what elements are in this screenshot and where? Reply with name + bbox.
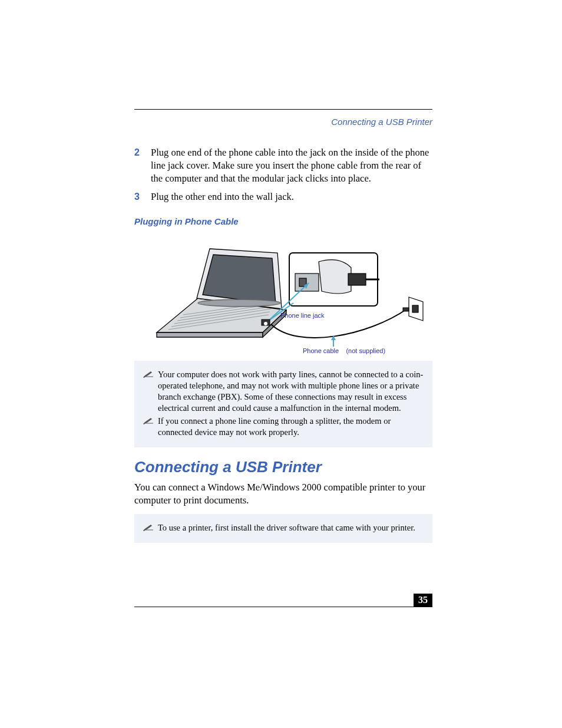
note-box: Your computer does not work with party l…: [134, 361, 432, 447]
figure-caption: Plugging in Phone Cable: [134, 216, 432, 226]
pencil-icon: [143, 369, 158, 413]
step-number: 2: [134, 146, 151, 185]
svg-marker-1: [157, 332, 263, 337]
footer-rule: [134, 607, 432, 607]
svg-rect-13: [295, 274, 319, 291]
note-box: To use a printer, first install the driv…: [134, 514, 432, 543]
svg-rect-24: [403, 308, 409, 311]
note-item: If you connect a phone line coming throu…: [143, 416, 424, 438]
page-content: 2 Plug one end of the phone cable into t…: [134, 146, 432, 543]
figure-label-jack: Phone line jack: [280, 312, 325, 319]
note-text: Your computer does not work with party l…: [158, 369, 424, 413]
header-rule: [134, 109, 432, 110]
step-text: Plug one end of the phone cable into the…: [151, 146, 432, 185]
step-item: 2 Plug one end of the phone cable into t…: [134, 146, 432, 185]
figure-label-cable-text: Phone cable: [303, 347, 339, 354]
note-item: To use a printer, first install the driv…: [143, 522, 424, 533]
page-number: 35: [414, 594, 432, 607]
figure-label-cable: Phone cable (not supplied): [303, 347, 385, 354]
section-lead: You can connect a Windows Me/Windows 200…: [134, 481, 432, 507]
svg-rect-15: [348, 274, 366, 285]
running-header: Connecting a USB Printer: [331, 117, 432, 127]
pencil-icon: [143, 522, 158, 533]
note-text: If you connect a phone line coming throu…: [158, 416, 424, 438]
note-text: To use a printer, first install the driv…: [158, 522, 424, 533]
svg-point-21: [264, 322, 267, 325]
document-page: Connecting a USB Printer 2 Plug one end …: [0, 0, 562, 728]
section-heading: Connecting a USB Printer: [134, 458, 432, 476]
svg-rect-23: [412, 305, 418, 312]
figure-phone-cable: Phone line jack Phone cable (not supplie…: [145, 232, 428, 356]
note-item: Your computer does not work with party l…: [143, 369, 424, 413]
figure-illustration: [145, 232, 428, 356]
svg-point-11: [198, 299, 280, 307]
step-number: 3: [134, 190, 151, 203]
pencil-icon: [143, 416, 158, 438]
step-text: Plug the other end into the wall jack.: [151, 190, 432, 203]
step-item: 3 Plug the other end into the wall jack.: [134, 190, 432, 203]
figure-label-notsupplied: (not supplied): [346, 347, 385, 354]
